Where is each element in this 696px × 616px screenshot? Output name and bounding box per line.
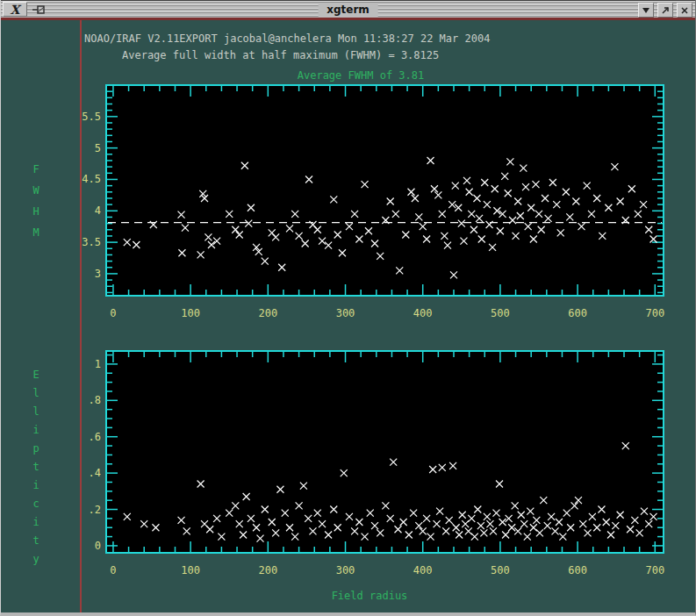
svg-text:3.5: 3.5 [82, 236, 101, 248]
svg-text:.8: .8 [89, 394, 101, 406]
close-button[interactable] [677, 3, 692, 18]
ellipticity-axis-label: Ellipticity [31, 369, 41, 571]
fwhm-summary: Average full width at half maximum (FWHM… [122, 49, 439, 61]
fwhm-plot[interactable]: 010020030040050060070033.544.555.5 [71, 79, 685, 325]
svg-text:700: 700 [645, 307, 664, 319]
x11-logo-icon: X [11, 3, 20, 17]
maximize-button[interactable] [657, 3, 673, 18]
fwhm-axis-label: FWHM [31, 163, 41, 247]
svg-text:0: 0 [110, 564, 116, 577]
close-x-icon [680, 6, 689, 15]
svg-text:600: 600 [568, 564, 587, 577]
field-radius-axis-label: Field radius [106, 590, 633, 602]
ellipticity-plot[interactable]: 01002003004005006007000.2.4.6.81 [71, 345, 685, 591]
iraf-banner: NOAO/IRAF V2.11EXPORT jacobal@anchelera … [84, 32, 490, 45]
svg-text:5.5: 5.5 [82, 111, 101, 123]
svg-text:0: 0 [95, 540, 101, 552]
svg-text:4: 4 [95, 204, 101, 217]
svg-text:500: 500 [491, 564, 510, 577]
svg-text:400: 400 [413, 307, 433, 319]
titlebar-separator [1, 18, 695, 20]
svg-text:400: 400 [413, 564, 433, 577]
svg-text:200: 200 [258, 564, 277, 577]
pin-icon[interactable] [32, 5, 47, 14]
svg-text:100: 100 [181, 307, 200, 319]
svg-text:.2: .2 [89, 504, 101, 516]
resize-arrow-icon [661, 6, 670, 15]
triangle-down-icon [642, 7, 650, 14]
svg-text:3: 3 [95, 268, 101, 280]
svg-text:1: 1 [95, 358, 101, 370]
svg-text:5: 5 [95, 142, 101, 154]
svg-text:4.5: 4.5 [82, 173, 101, 185]
svg-text:.6: .6 [89, 431, 101, 443]
svg-text:300: 300 [336, 307, 355, 319]
window-title: xgterm [318, 3, 378, 17]
svg-text:600: 600 [568, 307, 587, 319]
svg-text:300: 300 [336, 564, 355, 577]
iconify-button[interactable] [638, 3, 654, 18]
svg-text:100: 100 [181, 564, 200, 577]
svg-text:0: 0 [110, 307, 116, 319]
xgterm-window: X xgterm [0, 0, 696, 616]
x11-logo-button[interactable]: X [3, 2, 27, 17]
svg-text:.4: .4 [89, 467, 101, 479]
titlebar[interactable]: X xgterm [1, 0, 695, 18]
svg-text:700: 700 [645, 564, 664, 577]
svg-text:200: 200 [258, 307, 277, 319]
svg-text:500: 500 [491, 307, 510, 319]
